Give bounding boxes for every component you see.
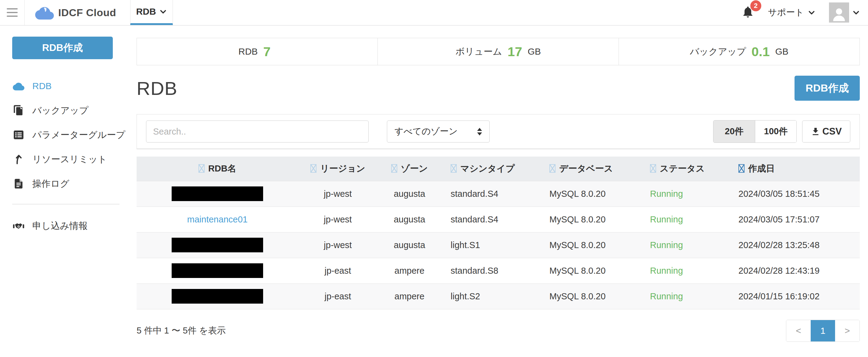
region-cell: jp-west [298,181,377,207]
column-header-5[interactable]: データベース [545,156,646,181]
database-cell: MySQL 8.0.20 [545,181,646,207]
stat-rdb: RDB 7 [137,38,377,65]
sidebar-item-operation-log[interactable]: 操作ログ [12,172,136,196]
column-header-2[interactable]: リージョン [298,156,377,181]
status-cell: Running [646,207,734,232]
results-summary: 5 件中 1 〜 5件 を表示 [136,325,226,337]
stat-backup: バックアップ 0.1 GB [619,38,860,65]
rdb-table: RDB名リージョンゾーンマシンタイプデータベースステータス作成日 jp-west… [136,156,860,309]
brand-name: IDCF Cloud [58,7,116,19]
sidebar-item-resource-limit[interactable]: リソースリミット [12,147,136,172]
stat-unit: GB [528,47,541,57]
zone-select[interactable]: すべてのゾーン [387,121,490,143]
column-header-3[interactable]: ゾーン [377,156,441,181]
notifications-button[interactable]: 2 [741,5,754,20]
status-cell: Running [646,258,734,284]
column-header-6[interactable]: ステータス [646,156,734,181]
menu-toggle-button[interactable] [0,0,24,25]
stat-label: バックアップ [690,46,746,58]
chevron-down-icon [159,8,167,16]
column-header-label: RDB名 [208,163,236,173]
column-header-label: ステータス [660,163,705,173]
topbar: IDCF Cloud RDB 2 サポート [0,0,868,26]
sidebar-item-application-info[interactable]: 申し込み情報 [12,214,136,238]
csv-label: CSV [822,126,842,137]
chevron-down-icon [852,8,860,17]
handshake-icon [12,220,25,232]
topbar-right: 2 サポート [741,0,868,25]
pagination-next-button[interactable]: > [835,320,860,341]
status-badge: Running [650,266,683,275]
sidebar-item-parameter-groups[interactable]: パラメーターグループ [12,123,136,147]
zone-cell: augusta [377,181,441,207]
page-size-20-button[interactable]: 20件 [713,121,755,143]
rdb-table-body: jp-westaugustastandard.S4MySQL 8.0.20Run… [136,181,860,309]
column-header-label: データベース [559,163,613,173]
pagination: < 1 > [786,320,860,342]
machine-type-cell: standard.S8 [441,258,545,284]
pagination-page-1-button[interactable]: 1 [811,320,835,341]
service-tab-label: RDB [136,6,156,17]
sort-icon [738,164,745,173]
rdb-name-link[interactable]: maintenance01 [187,214,248,224]
sort-icon [451,164,457,173]
page-size-100-button[interactable]: 100件 [755,121,796,143]
support-menu[interactable]: サポート [768,6,815,19]
database-cell: MySQL 8.0.20 [545,232,646,258]
sidebar-item-rdb[interactable]: RDB [12,74,136,98]
stat-label: ボリューム [456,46,502,58]
created-date-cell: 2024/03/05 17:51:07 [734,207,860,232]
zone-cell: ampere [377,284,441,309]
sidebar-item-label: RDB [32,81,52,91]
status-cell: Running [646,284,734,309]
stat-volume: ボリューム 17 GB [377,38,618,65]
csv-download-button[interactable]: CSV [802,121,850,143]
created-date-cell: 2024/02/28 13:25:48 [734,232,860,258]
column-header-label: 作成日 [748,163,775,173]
column-header-1[interactable]: RDB名 [136,156,298,181]
sidebar-item-backup[interactable]: バックアップ [12,98,136,123]
sidebar-create-rdb-button[interactable]: RDB作成 [12,37,113,59]
zone-select-value: すべてのゾーン [395,125,458,138]
sidebar-item-label: バックアップ [32,105,88,117]
brand-logo[interactable]: IDCF Cloud [25,0,130,25]
chevron-down-icon [808,8,815,17]
column-header-7[interactable]: 作成日 [734,156,860,181]
pagination-prev-button[interactable]: < [786,320,811,341]
status-badge: Running [650,291,683,301]
region-cell: jp-west [298,232,377,258]
status-cell: Running [646,181,734,207]
machine-type-cell: light.S2 [441,284,545,309]
redacted-rdb-name [172,263,263,278]
stat-unit: GB [775,47,788,57]
database-cell: MySQL 8.0.20 [545,284,646,309]
created-date-cell: 2024/02/28 12:43:19 [734,258,860,284]
support-label: サポート [768,6,804,19]
download-icon [811,127,820,137]
column-header-label: ゾーン [401,163,428,173]
rdb-table-head-row: RDB名リージョンゾーンマシンタイプデータベースステータス作成日 [136,156,860,181]
account-menu[interactable] [829,2,860,23]
copy-icon [12,105,25,116]
database-cell: MySQL 8.0.20 [545,207,646,232]
table-row: jp-eastamperestandard.S8MySQL 8.0.20Runn… [136,258,860,284]
zone-cell: augusta [377,232,441,258]
column-header-4[interactable]: マシンタイプ [441,156,545,181]
redacted-rdb-name [172,289,263,304]
select-arrows-icon [477,128,482,136]
status-badge: Running [650,240,683,250]
machine-type-cell: standard.S4 [441,207,545,232]
create-rdb-button[interactable]: RDB作成 [795,76,860,101]
search-input[interactable] [146,121,369,143]
page-size-group: 20件 100件 [713,120,797,143]
zone-cell: augusta [377,207,441,232]
zone-cell: ampere [377,258,441,284]
sort-icon [198,164,205,173]
stat-value: 7 [263,44,271,59]
status-cell: Running [646,232,734,258]
service-tab-rdb[interactable]: RDB [130,0,173,25]
cloud-logo-icon [35,5,54,20]
stat-label: RDB [239,47,258,57]
status-badge: Running [650,214,683,224]
table-row: jp-westaugustastandard.S4MySQL 8.0.20Run… [136,181,860,207]
